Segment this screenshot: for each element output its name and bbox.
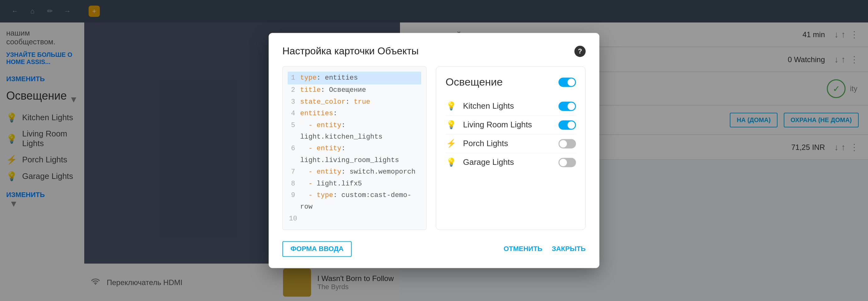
living-room-item-name: Living Room Lights	[463, 120, 552, 129]
preview-kitchen-item: 💡 Kitchen Lights	[445, 97, 576, 116]
preview-garage-item: 💡 Garage Lights	[445, 153, 576, 172]
garage-toggle[interactable]	[558, 158, 576, 167]
living-room-icon: 💡	[445, 120, 457, 129]
kitchen-icon: 💡	[445, 101, 457, 111]
preview-header: Освещение	[445, 76, 576, 88]
code-line-7: 7 - entity: switch.wemoporch	[289, 167, 420, 178]
footer-right-buttons: ОТМЕНИТЬ ЗАКРЫТЬ	[503, 245, 586, 253]
modal-body: 1 type: entities 2 title: Освещение 3 st…	[282, 66, 586, 230]
modal-title: Настройка карточки Объекты	[282, 45, 419, 57]
code-line-5: 5 - entity: light.kitchen_lights	[289, 120, 420, 143]
code-editor[interactable]: 1 type: entities 2 title: Освещение 3 st…	[282, 66, 427, 230]
code-line-3: 3 state_color: true	[289, 96, 420, 108]
preview-porch-item: ⚡ Porch Lights	[445, 134, 576, 153]
modal-header: Настройка карточки Объекты ?	[282, 45, 586, 57]
porch-toggle[interactable]	[558, 139, 576, 148]
help-button[interactable]: ?	[575, 46, 586, 57]
preview-card: Освещение 💡 Kitchen Lights 💡 Living Room…	[436, 66, 586, 230]
form-input-button[interactable]: ФОРМА ВВОДА	[282, 241, 352, 257]
porch-item-name: Porch Lights	[463, 139, 552, 148]
garage-item-name: Garage Lights	[463, 157, 552, 167]
modal-dialog: Настройка карточки Объекты ? 1 type: ent…	[269, 33, 599, 268]
main-toggle[interactable]	[558, 78, 576, 87]
code-line-6: 6 - entity: light.living_room_lights	[289, 143, 420, 167]
kitchen-item-name: Kitchen Lights	[463, 101, 552, 111]
preview-living-room-item: 💡 Living Room Lights	[445, 116, 576, 134]
preview-title: Освещение	[445, 76, 503, 88]
modal-footer: ФОРМА ВВОДА ОТМЕНИТЬ ЗАКРЫТЬ	[282, 241, 586, 257]
garage-icon: 💡	[445, 157, 457, 167]
code-line-8: 8 - light.lifx5	[289, 178, 420, 189]
code-line-2: 2 title: Освещение	[289, 85, 420, 96]
porch-icon: ⚡	[445, 139, 457, 148]
code-line-4: 4 entities:	[289, 108, 420, 120]
living-room-toggle[interactable]	[558, 120, 576, 129]
close-button[interactable]: ЗАКРЫТЬ	[552, 245, 586, 253]
code-line-10: 10	[289, 213, 420, 224]
code-line-9: 9 - type: custom:cast-demo-row	[289, 189, 420, 213]
code-line-1: 1 type: entities	[288, 71, 421, 84]
kitchen-toggle[interactable]	[558, 101, 576, 111]
cancel-button[interactable]: ОТМЕНИТЬ	[503, 245, 542, 253]
